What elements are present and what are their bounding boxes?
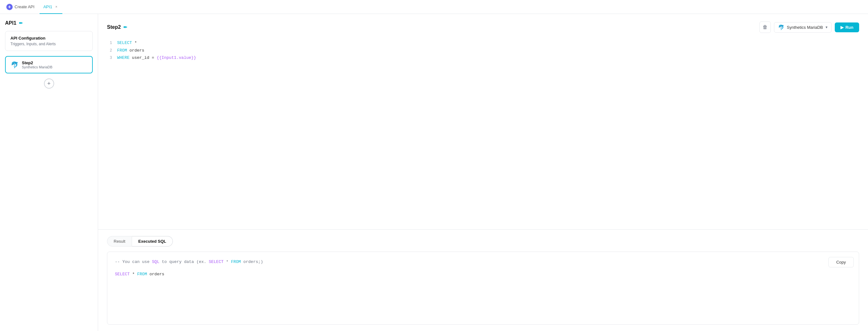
code-line-2: 2 FROM orders xyxy=(107,47,859,55)
api-config-subtitle: Triggers, Inputs, and Alerts xyxy=(10,42,87,46)
editor-controls: 🗑 🐬 Synthetics MariaDB ▾ ▶ Run xyxy=(760,22,859,33)
plus-circle-icon: + xyxy=(6,4,13,10)
result-tabs: Result Executed SQL xyxy=(107,236,859,246)
code-orders: orders xyxy=(129,48,144,53)
line-num-1: 1 xyxy=(107,40,112,47)
sidebar: API1 ✏ API Configuration Triggers, Input… xyxy=(0,14,98,331)
result-star: * xyxy=(132,272,137,276)
chevron-down-icon: ▾ xyxy=(826,25,828,29)
step-card-subtitle: Synthetics MariaDB xyxy=(22,65,53,69)
step-label-text: Step2 xyxy=(107,24,121,30)
comment-text-3: * xyxy=(223,260,231,264)
step-label: Step2 ✏ xyxy=(107,24,127,30)
comment-line: -- You can use SQL to query data (ex. SE… xyxy=(115,258,851,265)
datasource-icon: 🐬 xyxy=(778,24,784,30)
code-content-3: WHERE user_id = {{Input1.value}} xyxy=(117,54,859,61)
api-name-label: API1 xyxy=(5,20,17,26)
keyword-from: FROM xyxy=(117,48,127,53)
line-num-2: 2 xyxy=(107,47,112,55)
code-template: {{Input1.value}} xyxy=(157,55,196,60)
keyword-where: WHERE xyxy=(117,55,129,60)
line-num-3: 3 xyxy=(107,55,112,62)
tab-executed-sql[interactable]: Executed SQL xyxy=(132,236,173,246)
add-step-button[interactable]: + xyxy=(44,78,54,89)
sql-result-line: SELECT * FROM orders xyxy=(115,271,851,278)
trash-icon: 🗑 xyxy=(763,24,768,30)
comment-select-keyword: SELECT xyxy=(209,260,223,264)
delete-button[interactable]: 🗑 xyxy=(760,22,771,33)
main-layout: API1 ✏ API Configuration Triggers, Input… xyxy=(0,14,868,331)
tab-close-icon[interactable]: × xyxy=(54,4,59,9)
tab-api1[interactable]: API1 × xyxy=(39,0,62,14)
result-from-keyword: FROM xyxy=(137,272,147,276)
comment-text: -- You can use xyxy=(115,260,152,264)
copy-button[interactable]: Copy xyxy=(829,257,854,267)
create-api-label: Create API xyxy=(14,4,34,9)
api-config-card[interactable]: API Configuration Triggers, Inputs, and … xyxy=(5,31,93,51)
run-button[interactable]: ▶ Run xyxy=(835,23,859,32)
comment-sql-keyword: SQL xyxy=(152,260,159,264)
keyword-select: SELECT xyxy=(117,40,132,45)
code-userid: user_id = xyxy=(132,55,157,60)
right-panel: Step2 ✏ 🗑 🐬 Synthetics MariaDB ▾ ▶ Run xyxy=(98,14,868,331)
editor-area: Step2 ✏ 🗑 🐬 Synthetics MariaDB ▾ ▶ Run xyxy=(98,14,868,230)
step-edit-icon[interactable]: ✏ xyxy=(123,25,127,30)
result-table: orders xyxy=(149,272,164,276)
step-card-info: Step2 Synthetics MariaDB xyxy=(22,60,53,69)
comment-text-4: orders;) xyxy=(241,260,263,264)
datasource-dropdown[interactable]: 🐬 Synthetics MariaDB ▾ xyxy=(774,22,832,33)
comment-text-2: to query data (ex. xyxy=(159,260,209,264)
tab-api1-label: API1 xyxy=(43,4,52,9)
comment-from-keyword: FROM xyxy=(231,260,241,264)
result-spacer xyxy=(115,265,851,271)
tab-bar: + Create API API1 × xyxy=(0,0,868,14)
result-select-keyword: SELECT xyxy=(115,272,130,276)
play-icon: ▶ xyxy=(840,25,844,30)
code-content-2: FROM orders xyxy=(117,47,859,54)
step2-card[interactable]: 🐬 Step2 Synthetics MariaDB xyxy=(5,56,93,73)
result-area: Result Executed SQL Copy -- You can use … xyxy=(98,230,868,331)
tab-result[interactable]: Result xyxy=(107,236,132,246)
code-star: * xyxy=(134,40,137,45)
code-line-1: 1 SELECT * xyxy=(107,39,859,47)
api-config-title: API Configuration xyxy=(10,36,87,40)
code-content-1: SELECT * xyxy=(117,39,859,46)
result-content: Copy -- You can use SQL to query data (e… xyxy=(107,252,859,325)
create-api-button[interactable]: + Create API xyxy=(3,2,38,12)
sidebar-title: API1 ✏ xyxy=(5,20,93,26)
code-line-3: 3 WHERE user_id = {{Input1.value}} xyxy=(107,54,859,62)
mariadb-icon: 🐬 xyxy=(11,61,19,69)
run-button-label: Run xyxy=(845,25,854,30)
code-editor[interactable]: 1 SELECT * 2 FROM orders 3 xyxy=(107,39,859,222)
editor-header: Step2 ✏ 🗑 🐬 Synthetics MariaDB ▾ ▶ Run xyxy=(107,22,859,33)
api-name-edit-icon[interactable]: ✏ xyxy=(19,21,23,26)
step-card-title: Step2 xyxy=(22,60,53,65)
datasource-name: Synthetics MariaDB xyxy=(787,25,823,30)
